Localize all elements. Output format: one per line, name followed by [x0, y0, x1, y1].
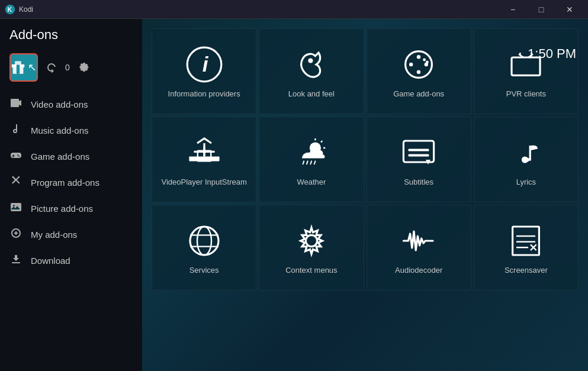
svg-rect-4	[17, 64, 20, 74]
grid-item-info-providers[interactable]: i Information providers	[152, 28, 256, 114]
svg-point-12	[308, 59, 313, 63]
kodi-logo-icon: K	[5, 4, 15, 15]
addon-grid: i Information providers Look and feel	[152, 28, 579, 291]
sidebar-item-picture-label: Picture add-ons	[31, 204, 93, 214]
context-icon	[293, 222, 330, 260]
svg-point-18	[423, 59, 426, 62]
addon-count: 0	[65, 63, 70, 72]
sidebar-item-picture[interactable]: Picture add-ons	[0, 195, 142, 221]
look-feel-icon	[293, 46, 330, 83]
sidebar: Add-ons ↖ 0	[0, 19, 142, 371]
addon-package-button[interactable]: ↖	[9, 53, 38, 82]
cursor-icon: ↖	[28, 61, 37, 74]
time-display: 1:50 PM	[528, 46, 576, 62]
audiodecoder-icon	[400, 222, 438, 260]
main-area: Add-ons ↖ 0	[0, 19, 588, 371]
svg-line-34	[321, 141, 322, 142]
svg-rect-42	[409, 154, 429, 156]
refresh-button[interactable]	[45, 61, 58, 74]
svg-rect-51	[513, 227, 539, 255]
sidebar-nav: Video add-ons Music add-ons Game add-ons	[0, 91, 142, 273]
sidebar-item-download[interactable]: Download	[0, 247, 142, 273]
subtitles-icon	[400, 134, 438, 172]
grid-item-subtitles[interactable]: Subtitles	[367, 117, 471, 202]
svg-rect-7	[11, 203, 21, 211]
svg-rect-9	[12, 262, 20, 263]
svg-line-38	[310, 161, 311, 164]
grid-item-pvr-label: PVR clients	[506, 89, 546, 99]
info-providers-icon: i	[185, 46, 223, 83]
content-area: 1:50 PM i Information providers Look and…	[142, 19, 588, 371]
grid-item-audiodecoder-label: Audiodecoder	[395, 266, 442, 276]
grid-item-game-addons[interactable]: Game add-ons	[367, 28, 471, 114]
sidebar-item-game[interactable]: Game add-ons	[0, 143, 142, 169]
grid-item-context-label: Context menus	[285, 266, 337, 276]
game-icon	[9, 149, 23, 163]
settings-button[interactable]	[77, 61, 90, 74]
svg-line-39	[314, 161, 316, 164]
grid-item-context[interactable]: Context menus	[259, 205, 364, 291]
maximize-button[interactable]: □	[528, 0, 555, 19]
picture-icon	[9, 201, 23, 215]
sidebar-header: Add-ons	[0, 19, 142, 47]
svg-point-45	[522, 156, 528, 163]
svg-point-17	[417, 70, 420, 74]
program-icon	[9, 175, 23, 189]
grid-item-services[interactable]: Services	[152, 205, 256, 291]
grid-item-game-addons-label: Game add-ons	[393, 89, 444, 99]
svg-text:K: K	[8, 5, 12, 12]
download-icon	[9, 253, 23, 267]
sidebar-item-myadd-label: My add-ons	[31, 230, 77, 240]
lyrics-icon	[507, 134, 545, 172]
grid-item-screensaver-label: Screensaver	[505, 266, 548, 276]
grid-item-look-feel[interactable]: Look and feel	[259, 28, 364, 114]
grid-item-subtitles-label: Subtitles	[404, 178, 433, 188]
svg-line-37	[307, 161, 308, 164]
screensaver-icon	[507, 222, 545, 260]
sidebar-item-download-label: Download	[31, 256, 70, 266]
myadd-icon	[9, 227, 23, 241]
svg-text:i: i	[202, 53, 208, 76]
minimize-button[interactable]: −	[499, 0, 526, 19]
grid-item-services-label: Services	[189, 266, 219, 276]
titlebar-app-name: Kodi	[19, 5, 33, 14]
sidebar-item-program[interactable]: Program add-ons	[0, 169, 142, 195]
svg-rect-5	[15, 61, 21, 64]
videoplayer-icon	[185, 134, 223, 172]
svg-line-36	[303, 161, 304, 164]
grid-item-pvr[interactable]: PVR clients	[474, 28, 579, 114]
grid-item-lyrics[interactable]: Lyrics	[474, 117, 579, 202]
svg-point-16	[417, 55, 420, 59]
svg-point-50	[306, 235, 317, 246]
grid-item-videoplayer[interactable]: VideoPlayer InputStream	[152, 117, 256, 202]
svg-point-8	[13, 205, 15, 207]
grid-item-weather[interactable]: Weather	[259, 117, 364, 202]
sidebar-title: Add-ons	[9, 27, 58, 43]
grid-item-audiodecoder[interactable]: Audiodecoder	[367, 205, 471, 291]
grid-item-weather-label: Weather	[297, 178, 326, 188]
svg-point-19	[426, 61, 429, 64]
sidebar-item-music[interactable]: Music add-ons	[0, 117, 142, 143]
video-icon	[9, 97, 23, 111]
grid-item-videoplayer-label: VideoPlayer InputStream	[161, 178, 246, 188]
sidebar-item-video-label: Video add-ons	[31, 99, 88, 109]
grid-item-lyrics-label: Lyrics	[516, 178, 536, 188]
close-button[interactable]: ✕	[556, 0, 583, 19]
grid-item-info-providers-label: Information providers	[168, 89, 240, 99]
svg-rect-6	[11, 99, 19, 107]
sidebar-item-music-label: Music add-ons	[31, 125, 89, 136]
sidebar-item-myadd[interactable]: My add-ons	[0, 221, 142, 247]
svg-point-14	[409, 63, 413, 66]
game-addons-icon	[400, 46, 438, 83]
sidebar-item-program-label: Program add-ons	[31, 178, 99, 188]
weather-icon	[293, 134, 330, 172]
grid-item-screensaver[interactable]: Screensaver	[474, 205, 579, 291]
titlebar-controls: − □ ✕	[499, 0, 583, 19]
addon-controls: ↖ 0	[0, 47, 142, 91]
titlebar-left: K Kodi	[5, 4, 33, 15]
svg-rect-40	[404, 141, 434, 162]
svg-rect-25	[189, 156, 219, 161]
sidebar-item-video[interactable]: Video add-ons	[0, 91, 142, 117]
svg-point-47	[197, 227, 211, 255]
svg-point-46	[190, 227, 219, 255]
